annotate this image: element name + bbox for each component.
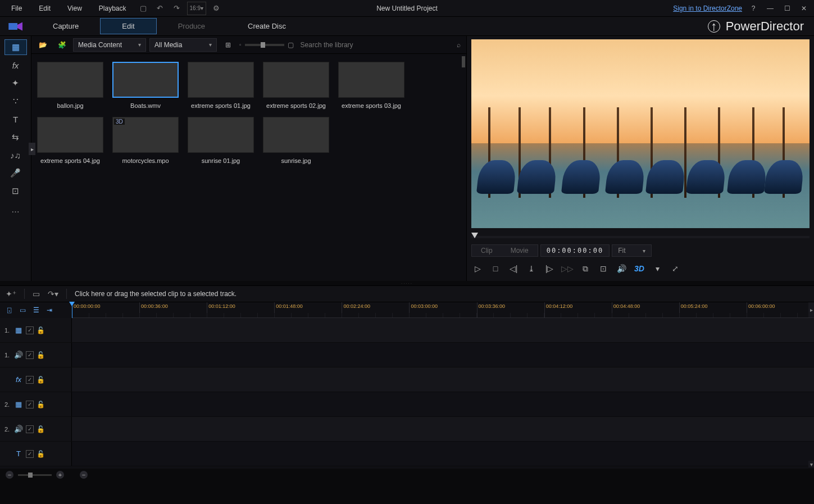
help-icon[interactable]: ? [748, 3, 759, 14]
more-functions-icon[interactable]: ↷▾ [48, 289, 58, 298]
quality-icon[interactable]: ⊡ [597, 262, 610, 275]
voice-over-room-icon[interactable]: 🎤 [4, 165, 27, 181]
thumb-image [188, 117, 254, 153]
media-thumb[interactable]: extreme sports 03.jpg [338, 62, 404, 109]
menu-file[interactable]: File [4, 2, 29, 15]
step-icon[interactable]: ⤓ [525, 262, 538, 275]
particle-room-icon[interactable]: ∵ [4, 93, 27, 109]
movie-mode-tab[interactable]: Movie [502, 245, 538, 256]
stop-icon[interactable]: □ [489, 262, 502, 275]
timeline-hint[interactable]: Click here or drag the selected clip to … [75, 290, 237, 298]
volume-icon[interactable]: 🔊 [615, 262, 627, 275]
media-filter-dropdown[interactable]: All Media▾ [149, 38, 217, 52]
chapter-room-icon[interactable]: ⊡ [4, 183, 27, 199]
track-lock-icon[interactable]: 🔓 [36, 326, 45, 334]
time-ruler[interactable]: 00:00:00:0000:00:36:0000:01:12:0000:01:4… [72, 302, 814, 318]
track-lane[interactable] [72, 318, 814, 342]
preview-zoom-dropdown[interactable]: Fit▾ [612, 244, 651, 257]
clip-mode-tab[interactable]: Clip [472, 245, 502, 256]
track-lane[interactable] [72, 392, 814, 416]
markers-icon[interactable]: ⇥ [44, 305, 55, 316]
aspect-ratio-dropdown[interactable]: 16:9 ▾ [187, 2, 206, 15]
import-media-icon[interactable]: 📂 [35, 38, 51, 52]
search-input[interactable] [301, 41, 451, 49]
transition-room-icon[interactable]: ⇆ [4, 129, 27, 145]
track-visible-checkbox[interactable]: ✓ [26, 401, 34, 408]
track-lane[interactable] [72, 367, 814, 392]
audio-mixing-room-icon[interactable]: ♪♫ [4, 147, 27, 163]
prev-frame-icon[interactable]: ◁| [507, 262, 520, 275]
tab-edit[interactable]: Edit [100, 18, 156, 34]
preview-canvas[interactable] [471, 39, 810, 228]
timecode-display[interactable]: 00:00:00:00 [540, 244, 610, 257]
vzoom-out-icon[interactable]: − [6, 471, 13, 479]
media-thumb[interactable]: extreme sports 02.jpg [263, 62, 329, 109]
search-icon[interactable]: ⌕ [454, 41, 463, 49]
track-lock-icon[interactable]: 🔓 [36, 401, 45, 408]
settings-icon[interactable]: ⚙ [210, 2, 223, 15]
keyframe-icon[interactable]: ▭ [33, 289, 40, 298]
track-visible-checkbox[interactable]: ✓ [26, 376, 34, 384]
media-thumb[interactable]: sunrise 01.jpg [188, 117, 254, 164]
signin-link[interactable]: Sign in to DirectorZone [673, 4, 742, 12]
menu-playback[interactable]: Playback [92, 2, 133, 15]
track-visible-checkbox[interactable]: ✓ [26, 351, 34, 359]
vzoom-in-icon[interactable]: + [56, 471, 64, 479]
media-folder-dropdown[interactable]: Media Content▾ [73, 38, 146, 52]
track-visible-checkbox[interactable]: ✓ [26, 425, 34, 433]
snapshot-icon[interactable]: ⧉ [579, 262, 592, 275]
minimize-icon[interactable]: — [765, 3, 776, 14]
play-icon[interactable]: ▷ [471, 262, 484, 275]
media-thumb[interactable]: sunrise.jpg [263, 117, 329, 164]
subtitle-room-icon[interactable]: … [4, 201, 27, 217]
track-scroll-down-icon[interactable]: ▾ [808, 461, 814, 467]
tab-produce[interactable]: Produce [157, 19, 226, 34]
magic-tools-icon[interactable]: ✦⁺ [6, 289, 16, 298]
track-lock-icon[interactable]: 🔓 [36, 450, 45, 458]
save-icon[interactable]: ▢ [137, 2, 150, 15]
preview-options-icon[interactable]: ▾ [651, 262, 663, 275]
track-visible-checkbox[interactable]: ✓ [26, 450, 34, 458]
horizontal-splitter[interactable]: ····· [0, 281, 814, 285]
plugins-icon[interactable]: 🧩 [54, 38, 70, 52]
preview-mode-toggle[interactable]: Clip Movie [471, 244, 538, 257]
media-room-icon[interactable]: ▦ [4, 39, 27, 55]
menu-edit[interactable]: Edit [32, 2, 57, 15]
track-lane[interactable] [72, 417, 814, 441]
thumbnail-zoom-slider[interactable]: ▫ ▢ [239, 41, 294, 49]
track-lock-icon[interactable]: 🔓 [36, 376, 45, 384]
undo-icon[interactable]: ↶ [153, 2, 167, 15]
media-thumb[interactable]: 3D motorcycles.mpo [112, 117, 179, 164]
media-thumb[interactable]: extreme sports 01.jpg [188, 62, 254, 109]
track-lane[interactable] [72, 442, 814, 466]
media-thumb[interactable]: extreme sports 04.jpg [37, 117, 103, 164]
scrubber-handle-icon[interactable] [471, 233, 478, 238]
timeline-mode-1-icon[interactable]: ⌺ [3, 305, 15, 316]
track-visible-checkbox[interactable]: ✓ [26, 326, 34, 334]
ruler-scroll-right-icon[interactable]: ▸ [808, 302, 814, 317]
track-lock-icon[interactable]: 🔓 [36, 425, 45, 433]
fx-room-icon[interactable]: fx [4, 57, 27, 73]
media-thumb[interactable]: Boats.wmv [112, 62, 179, 109]
next-frame-icon[interactable]: |▷ [543, 262, 556, 275]
media-thumb[interactable]: ballon.jpg [37, 62, 103, 109]
maximize-icon[interactable]: ☐ [781, 3, 793, 14]
hzoom-out-icon[interactable]: − [80, 471, 88, 479]
library-scrollbar[interactable] [462, 56, 465, 67]
3d-icon[interactable]: 3D [633, 262, 645, 275]
menu-view[interactable]: View [61, 2, 89, 15]
vzoom-slider[interactable] [18, 474, 52, 476]
track-manager-icon[interactable]: ☰ [30, 305, 42, 316]
timeline-mode-2-icon[interactable]: ▭ [17, 305, 28, 316]
track-lock-icon[interactable]: 🔓 [36, 351, 45, 359]
tab-create-disc[interactable]: Create Disc [226, 19, 307, 34]
undock-preview-icon[interactable]: ⤢ [669, 262, 681, 275]
tab-capture[interactable]: Capture [31, 19, 100, 34]
pip-room-icon[interactable]: ✦ [4, 75, 27, 91]
redo-icon[interactable]: ↷ [170, 2, 184, 15]
close-icon[interactable]: ✕ [798, 3, 810, 14]
title-room-icon[interactable]: T [4, 111, 27, 127]
preview-scrubber[interactable] [471, 231, 810, 242]
library-menu-icon[interactable]: ⊞ [220, 38, 236, 52]
track-lane[interactable] [72, 343, 814, 367]
